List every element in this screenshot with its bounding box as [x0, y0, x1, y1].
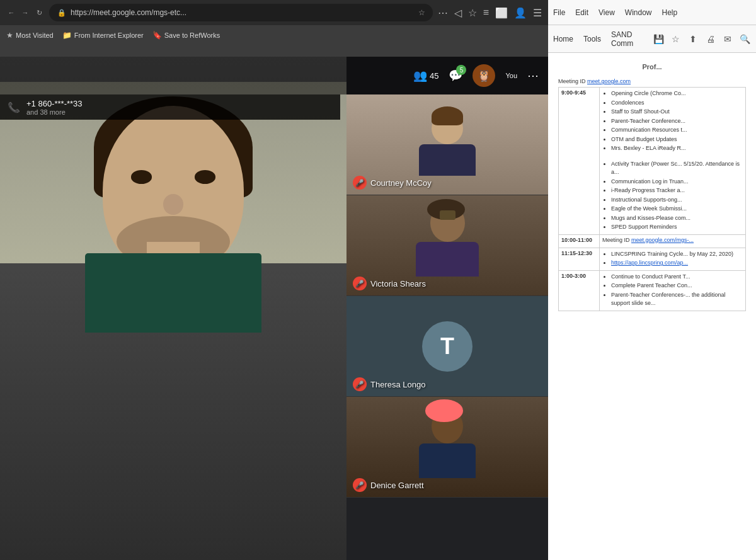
right-eye [195, 170, 216, 184]
list-item: Communication Log in Truan... [611, 178, 743, 186]
doc-email-icon[interactable]: ✉ [721, 30, 733, 48]
courtney-name-text: Courtney McCoy [370, 178, 432, 188]
table-row: 11:15-12:30 LINCSPRING Training Cycle...… [559, 248, 746, 270]
victoria-figure [416, 204, 479, 277]
time-cell-2: 10:00-11:00 [559, 234, 600, 248]
list-item: Activity Tracker (Power Sc... 5/15/20. A… [611, 160, 743, 177]
bookmark-save-refworks[interactable]: 🔖 Save to RefWorks [152, 31, 220, 40]
left-eye [131, 170, 152, 184]
phone-icon: 📞 [8, 101, 20, 113]
session-meeting-id: Meeting ID meet.google.com/mgs-... [602, 237, 743, 243]
schedule-table: 9:00-9:45 Opening Circle (Chrome Co... C… [558, 87, 746, 311]
menu-help[interactable]: Help [662, 8, 678, 17]
list-item: Opening Circle (Chrome Co... [611, 89, 743, 98]
forward-icon[interactable]: → [20, 8, 30, 18]
time-cell-1: 9:00-9:45 [559, 88, 600, 235]
shirt [85, 253, 261, 333]
list-item: Eagle of the Week Submissi... [611, 205, 743, 214]
doc-print-icon[interactable]: 🖨 [704, 30, 716, 48]
nav-buttons: ← → ↻ [6, 8, 44, 18]
lincspring-link[interactable]: https://app.lincspring.com/ap... [611, 260, 688, 266]
chat-button[interactable]: 💬 5 [449, 69, 462, 83]
doc-star-icon[interactable]: ☆ [670, 30, 682, 48]
session-link[interactable]: meet.google.com/mgs-... [631, 237, 694, 243]
table-row: 10:00-11:00 Meeting ID meet.google.com/m… [559, 234, 746, 248]
thumbnail-denice-garrett[interactable]: 🎤 Denice Garrett [346, 397, 548, 498]
content-cell-3: LINCSPRING Training Cycle... by May 22, … [600, 248, 746, 270]
list-item: Instructional Supports-ong... [611, 196, 743, 205]
more-options-button[interactable]: ⋯ [527, 69, 539, 83]
folder-icon: 📁 [62, 31, 72, 40]
toolbar-tools[interactable]: Tools [583, 35, 601, 43]
library-icon[interactable]: ≡ [483, 7, 489, 18]
phone-subtext: and 38 more [26, 108, 83, 116]
doc-content: Prof... Meeting ID meet.google.com 9:00-… [548, 53, 756, 560]
participants-button[interactable]: 👥 45 [413, 69, 438, 83]
thumbnail-courtney-mccoy[interactable]: 🎤 Courtney McCoy [346, 94, 548, 195]
doc-search-icon[interactable]: 🔍 [739, 30, 751, 48]
bullet-list-4: Continue to Conduct Parent T... Complete… [611, 273, 743, 308]
menu-file[interactable]: File [553, 8, 565, 17]
tabs-icon[interactable]: ⬜ [495, 7, 508, 19]
browser-toolbar: ← → ↻ 🔒 https://meet.google.com/mgs-etc.… [0, 0, 548, 25]
url-action-icons: ☆ [418, 8, 425, 17]
menu-window[interactable]: Window [625, 8, 652, 17]
main-person-silhouette [0, 82, 346, 560]
list-item: Staff to Staff Shout-Out [611, 108, 743, 117]
toolbar-sand[interactable]: SAND Comm [611, 30, 643, 48]
toolbar-home[interactable]: Home [553, 35, 573, 43]
people-icon: 👥 [413, 69, 427, 83]
lock-icon: 🔒 [57, 8, 67, 18]
doc-save-icon[interactable]: 💾 [653, 30, 665, 48]
url-bar[interactable]: 🔒 https://meet.google.com/mgs-etc... ☆ [49, 4, 433, 21]
refworks-icon: 🔖 [152, 31, 162, 40]
meeting-id-label: Meeting ID [558, 78, 587, 84]
denice-mute-icon: 🎤 [353, 478, 367, 492]
theresa-name-label: 🎤 Theresa Longo [353, 377, 425, 391]
browser-chrome: ← → ↻ 🔒 https://meet.google.com/mgs-etc.… [0, 0, 548, 57]
list-item: i-Ready Progress Tracker a... [611, 186, 743, 195]
content-cell-1: Opening Circle (Chrome Co... Condolences… [600, 88, 746, 235]
extensions-icon[interactable]: ⋯ [438, 7, 448, 19]
list-item: Parent-Teacher Conferences-... the addit… [611, 291, 743, 308]
thumbnail-theresa-longo[interactable]: T 🎤 Theresa Longo [346, 296, 548, 397]
content-cell-4: Continue to Conduct Parent T... Complete… [600, 270, 746, 311]
star-icon[interactable]: ☆ [468, 7, 477, 19]
doc-toolbar-icons: Home Tools SAND Comm 💾 ☆ ⬆ 🖨 ✉ 🔍 [548, 25, 756, 53]
pocket-icon[interactable]: ◁ [454, 7, 462, 19]
menu-view[interactable]: View [598, 8, 615, 17]
bookmark-ie-label: From Internet Explorer [74, 31, 144, 39]
bookmark-from-ie[interactable]: 📁 From Internet Explorer [62, 31, 144, 40]
hamburger-icon[interactable]: ☰ [533, 7, 542, 19]
profile-icon[interactable]: 👤 [514, 7, 527, 19]
denice-name-label: 🎤 Denice Garrett [353, 478, 424, 492]
bullet-list-1: Opening Circle (Chrome Co... Condolences… [611, 89, 743, 153]
main-speaker-video [0, 57, 346, 560]
menu-edit[interactable]: Edit [575, 8, 588, 17]
chat-badge: 5 [456, 65, 466, 75]
doc-upload-icon[interactable]: ⬆ [687, 30, 699, 48]
bookmark-most-visited[interactable]: ★ Most Visited [6, 31, 54, 40]
table-row: 9:00-9:45 Opening Circle (Chrome Co... C… [559, 88, 746, 235]
meeting-id-link[interactable]: meet.google.com [587, 78, 631, 84]
user-avatar[interactable]: 🦉 [472, 64, 495, 87]
bullet-list-3: LINCSPRING Training Cycle... by May 22, … [611, 250, 743, 268]
courtney-mute-icon: 🎤 [353, 176, 367, 190]
meet-area: 👥 45 💬 5 🦉 You ⋯ 📞 +1 860-***-**33 and 3… [0, 57, 548, 560]
you-label: You [505, 72, 517, 79]
list-item: Communication Resources t... [611, 126, 743, 135]
list-item: LINCSPRING Training Cycle... by May 22, … [611, 250, 743, 259]
refresh-icon[interactable]: ↻ [34, 8, 44, 18]
list-item: OTM and Budget Updates [611, 135, 743, 144]
theresa-avatar: T [422, 321, 472, 372]
denice-figure [419, 409, 476, 478]
thumbnail-victoria-shears[interactable]: 🎤 Victoria Shears [346, 195, 548, 296]
list-item: Mugs and Kisses-Please com... [611, 214, 743, 223]
back-icon[interactable]: ← [6, 8, 16, 18]
theresa-name-text: Theresa Longo [370, 380, 425, 389]
bookmark-label: Most Visited [16, 31, 54, 39]
victoria-mute-icon: 🎤 [353, 277, 367, 290]
url-text: https://meet.google.com/mgs-etc... [71, 8, 415, 17]
list-item: https://app.lincspring.com/ap... [611, 259, 743, 268]
bookmark-star-icon[interactable]: ☆ [418, 8, 425, 17]
